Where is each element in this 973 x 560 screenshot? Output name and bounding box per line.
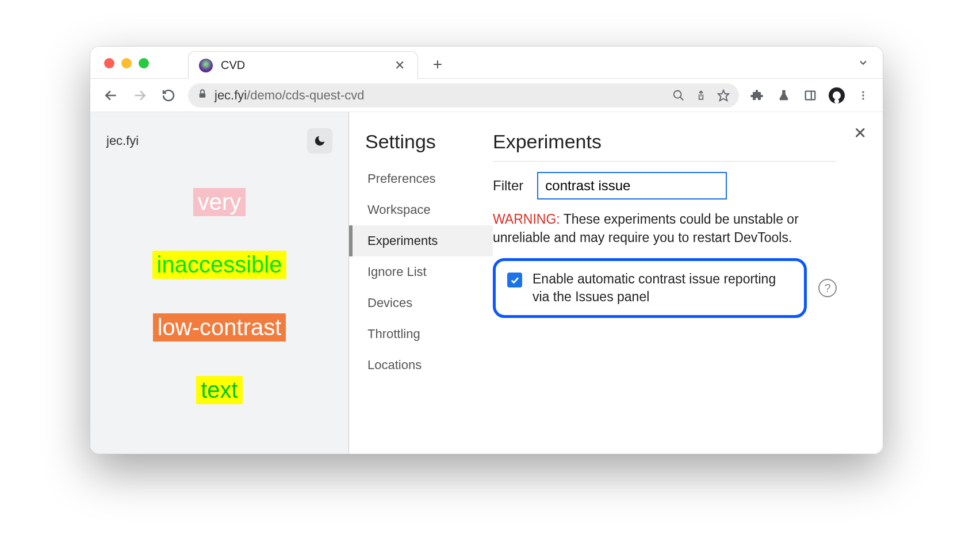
svg-rect-2 — [200, 93, 206, 98]
experiment-label: Enable automatic contrast issue reportin… — [533, 270, 792, 306]
settings-nav-devices[interactable]: Devices — [365, 287, 493, 319]
new-tab-button[interactable]: + — [426, 53, 449, 76]
svg-point-3 — [674, 90, 681, 98]
svg-marker-5 — [718, 90, 729, 100]
browser-toolbar: jec.fyi/demo/cds-quest-cvd — [90, 79, 883, 112]
close-settings-button[interactable]: ✕ — [853, 124, 867, 143]
tab-title: CVD — [221, 59, 384, 72]
demo-word: very — [193, 188, 246, 216]
address-bar[interactable]: jec.fyi/demo/cds-quest-cvd — [188, 83, 739, 108]
devtools-settings: ✕ Settings PreferencesWorkspaceExperimen… — [349, 112, 883, 454]
filter-label: Filter — [493, 178, 523, 194]
demo-word: low-contrast — [153, 313, 286, 342]
browser-menu-button[interactable] — [855, 87, 871, 103]
settings-sidebar: Settings PreferencesWorkspaceExperiments… — [349, 112, 493, 454]
maximize-window-button[interactable] — [139, 58, 149, 68]
settings-nav-throttling[interactable]: Throttling — [365, 319, 493, 350]
profile-avatar[interactable] — [829, 87, 845, 103]
settings-nav-ignore-list[interactable]: Ignore List — [365, 256, 493, 287]
close-tab-button[interactable]: ✕ — [392, 58, 407, 73]
svg-point-9 — [862, 94, 864, 96]
svg-rect-6 — [806, 91, 815, 99]
window-controls — [104, 58, 149, 68]
filter-row: Filter — [493, 172, 837, 200]
demo-word: inaccessible — [152, 251, 287, 279]
labs-icon[interactable] — [776, 87, 792, 103]
content-area: jec.fyi very inaccessible low-contrast t… — [90, 112, 883, 454]
settings-nav-locations[interactable]: Locations — [365, 350, 493, 381]
reload-button[interactable] — [159, 86, 178, 105]
divider — [493, 161, 837, 162]
favicon-icon — [199, 59, 213, 72]
toolbar-actions — [749, 87, 871, 103]
extensions-icon[interactable] — [749, 87, 765, 103]
svg-point-8 — [862, 91, 864, 93]
settings-main: Experiments Filter WARNING: These experi… — [493, 112, 883, 454]
experiments-warning: WARNING: These experiments could be unst… — [493, 210, 837, 247]
settings-heading: Settings — [365, 131, 493, 153]
rendered-page: jec.fyi very inaccessible low-contrast t… — [90, 112, 349, 454]
share-icon[interactable] — [695, 90, 707, 101]
svg-line-4 — [680, 97, 684, 100]
tab-strip: CVD ✕ + — [90, 47, 883, 79]
browser-window: CVD ✕ + jec.fyi/demo/cds-quest-cvd — [90, 46, 883, 454]
theme-toggle-button[interactable] — [307, 128, 332, 154]
close-window-button[interactable] — [104, 58, 114, 68]
forward-button[interactable] — [131, 86, 149, 105]
filter-input[interactable] — [537, 172, 727, 200]
side-panel-icon[interactable] — [802, 87, 818, 103]
back-button[interactable] — [102, 86, 120, 105]
lock-icon — [197, 89, 208, 102]
demo-word: text — [196, 376, 242, 404]
site-title: jec.fyi — [106, 133, 139, 148]
bookmark-star-icon[interactable] — [717, 89, 730, 102]
tabs-dropdown-button[interactable] — [857, 57, 869, 71]
settings-nav-workspace[interactable]: Workspace — [365, 194, 493, 225]
browser-tab[interactable]: CVD ✕ — [188, 51, 418, 79]
zoom-icon[interactable] — [672, 89, 685, 102]
help-icon[interactable]: ? — [818, 279, 837, 297]
demo-words: very inaccessible low-contrast text — [106, 188, 332, 404]
settings-nav-preferences[interactable]: Preferences — [365, 163, 493, 194]
svg-point-10 — [862, 98, 864, 99]
experiment-row: Enable automatic contrast issue reportin… — [493, 258, 807, 318]
url-text: jec.fyi/demo/cds-quest-cvd — [214, 88, 364, 103]
minimize-window-button[interactable] — [121, 58, 132, 68]
settings-nav-experiments[interactable]: Experiments — [349, 225, 493, 256]
experiment-checkbox[interactable] — [507, 273, 522, 287]
panel-title: Experiments — [493, 131, 837, 153]
